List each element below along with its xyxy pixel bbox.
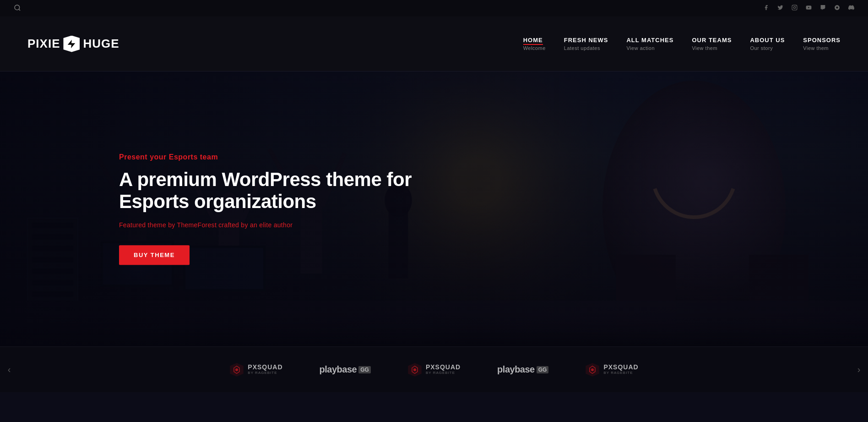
bottom-section (0, 392, 868, 422)
pxsquad-name-2: PXSQUAD (426, 364, 461, 371)
pxsquad-text-2: PXSQUAD BY RAGEBITE (426, 364, 461, 375)
nav-sub-home: Welcome (523, 45, 546, 51)
nav-item-fresh-news[interactable]: FRESH NEWS Latest updates (564, 37, 608, 51)
svg-point-3 (793, 6, 795, 8)
playbase-text-1: playbase (320, 364, 357, 375)
pxsquad-name-3: PXSQUAD (603, 364, 638, 371)
nav-item-home[interactable]: HOME Welcome (523, 37, 546, 51)
hero-section: Present your Esports team A premium Word… (0, 71, 868, 346)
sponsor-pxsquad-3[interactable]: PXSQUAD BY RAGEBITE (585, 362, 638, 377)
nav-label-about-us: ABOUT US (750, 37, 785, 44)
twitch-icon[interactable] (820, 5, 826, 12)
svg-line-1 (19, 9, 20, 11)
svg-point-9 (235, 368, 238, 371)
sponsors-list: PXSQUAD BY RAGEBITE playbase GG PXSQUAD … (18, 362, 850, 377)
youtube-icon[interactable] (806, 5, 812, 12)
header: PIXIE HUGE HOME Welcome FRESH NEWS Lates… (0, 16, 868, 71)
nav-sub-about-us: Our story (750, 45, 773, 51)
facebook-icon[interactable] (763, 5, 769, 12)
svg-point-4 (796, 6, 796, 6)
playbase-gg-2: GG (537, 366, 549, 373)
playbase-gg-1: GG (358, 366, 371, 373)
steam-icon[interactable] (834, 5, 840, 12)
nav-item-sponsors[interactable]: SPONSORS View them (803, 37, 841, 51)
top-bar (0, 0, 868, 16)
buy-theme-button[interactable]: BUY THEME (119, 245, 190, 265)
nav-sub-all-matches: View action (626, 45, 655, 51)
search-icon[interactable] (14, 4, 21, 13)
nav-sub-fresh-news: Latest updates (564, 45, 600, 51)
svg-point-7 (836, 6, 838, 8)
nav-label-fresh-news: FRESH NEWS (564, 37, 608, 44)
svg-point-0 (15, 5, 20, 10)
logo[interactable]: PIXIE HUGE (27, 36, 119, 52)
pxsquad-text-3: PXSQUAD BY RAGEBITE (603, 364, 638, 375)
pxsquad-icon-1 (229, 362, 244, 377)
pxsquad-text-1: PXSQUAD BY RAGEBITE (248, 364, 282, 375)
sponsors-next-button[interactable]: › (850, 364, 868, 375)
hero-subtitle-prefix: Featured theme by ThemeForest crafted by (119, 221, 250, 229)
main-nav: HOME Welcome FRESH NEWS Latest updates A… (523, 37, 841, 51)
logo-text-right: HUGE (83, 37, 119, 51)
pxsquad-sub-2: BY RAGEBITE (426, 371, 461, 375)
svg-rect-2 (792, 5, 797, 10)
social-icons (763, 5, 854, 12)
logo-icon (63, 36, 80, 52)
hero-title: A premium WordPress theme for Esports or… (119, 169, 439, 213)
sponsor-pxsquad-1[interactable]: PXSQUAD BY RAGEBITE (229, 362, 282, 377)
nav-label-all-matches: ALL MATCHES (626, 37, 673, 44)
twitter-icon[interactable] (777, 5, 783, 12)
discord-icon[interactable] (848, 5, 854, 12)
nav-sub-our-teams: View them (692, 45, 717, 51)
nav-label-sponsors: SPONSORS (803, 37, 841, 44)
logo-text-left: PIXIE (27, 37, 60, 51)
sponsors-bar: ‹ PXSQUAD BY RAGEBITE playbase GG (0, 346, 868, 392)
pxsquad-icon-3 (585, 362, 600, 377)
hero-tag: Present your Esports team (119, 153, 439, 161)
nav-item-our-teams[interactable]: OUR TEAMS View them (692, 37, 732, 51)
pxsquad-sub-3: BY RAGEBITE (603, 371, 638, 375)
hero-subtitle-link[interactable]: an elite author (250, 221, 293, 229)
playbase-text-2: playbase (497, 364, 535, 375)
pxsquad-icon-2 (407, 362, 422, 377)
sponsor-playbase-2[interactable]: playbase GG (497, 364, 548, 375)
nav-label-our-teams: OUR TEAMS (692, 37, 732, 44)
svg-point-11 (413, 368, 416, 371)
nav-item-about-us[interactable]: ABOUT US Our story (750, 37, 785, 51)
svg-point-13 (591, 368, 594, 371)
sponsor-playbase-1[interactable]: playbase GG (320, 364, 371, 375)
sponsors-prev-button[interactable]: ‹ (0, 364, 18, 375)
nav-item-all-matches[interactable]: ALL MATCHES View action (626, 37, 673, 51)
pxsquad-sub-1: BY RAGEBITE (248, 371, 282, 375)
hero-content: Present your Esports team A premium Word… (119, 153, 439, 265)
nav-label-home: HOME (523, 37, 543, 44)
pxsquad-name-1: PXSQUAD (248, 364, 282, 371)
sponsor-pxsquad-2[interactable]: PXSQUAD BY RAGEBITE (407, 362, 461, 377)
instagram-icon[interactable] (792, 5, 797, 12)
nav-sub-sponsors: View them (803, 45, 829, 51)
hero-subtitle: Featured theme by ThemeForest crafted by… (119, 221, 439, 229)
